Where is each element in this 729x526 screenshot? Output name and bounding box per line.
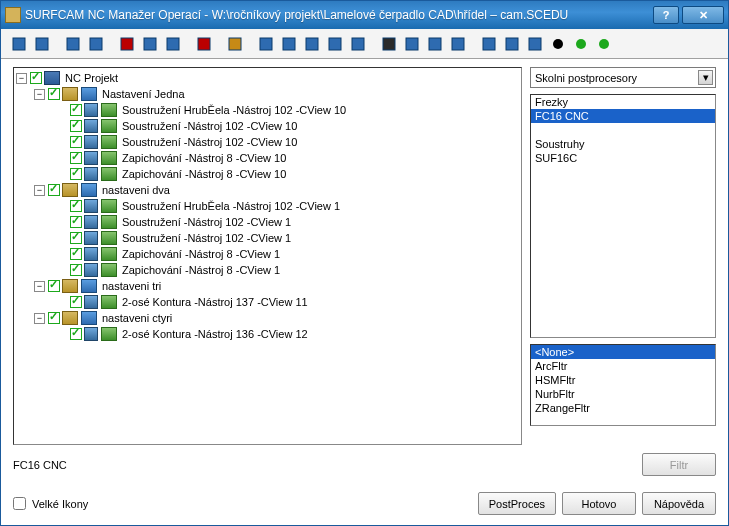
tree-root[interactable]: −NC Projekt — [16, 70, 519, 86]
svg-rect-11 — [306, 38, 318, 50]
tree-operation[interactable]: 2-osé Kontura -Nástroj 136 -CView 12 — [16, 326, 519, 342]
svg-rect-14 — [383, 38, 395, 50]
check-icon[interactable] — [30, 72, 42, 84]
check-icon[interactable] — [70, 120, 82, 132]
post-item[interactable]: SUF16C — [531, 151, 715, 165]
cut-button[interactable] — [117, 34, 137, 54]
postprocessor-list[interactable]: FrezkyFC16 CNC SoustruhySUF16C — [530, 94, 716, 338]
check-icon[interactable] — [70, 136, 82, 148]
filter-item[interactable]: <None> — [531, 345, 715, 359]
setup2-button[interactable] — [279, 34, 299, 54]
black-dot-button[interactable] — [548, 34, 568, 54]
check-icon[interactable] — [70, 168, 82, 180]
node-label: Soustružení -Nástroj 102 -CView 10 — [120, 120, 297, 132]
large-icons-label: Velké Ikony — [32, 498, 88, 510]
svg-rect-3 — [90, 38, 102, 50]
copy2-button[interactable] — [140, 34, 160, 54]
check-icon[interactable] — [70, 248, 82, 260]
clock-button[interactable] — [225, 34, 245, 54]
svg-rect-0 — [13, 38, 25, 50]
check-icon[interactable] — [70, 216, 82, 228]
op-icon — [101, 103, 117, 117]
svg-rect-12 — [329, 38, 341, 50]
check-icon[interactable] — [70, 328, 82, 340]
post-group-header[interactable]: Soustruhy — [531, 137, 715, 151]
tree-operation[interactable]: Soustružení -Nástroj 102 -CView 1 — [16, 214, 519, 230]
tree-operation[interactable]: Zapichování -Nástroj 8 -CView 10 — [16, 150, 519, 166]
sheet2-button[interactable] — [502, 34, 522, 54]
check-icon[interactable] — [48, 184, 60, 196]
tree-operation[interactable]: Soustružení -Nástroj 102 -CView 10 — [16, 118, 519, 134]
sheet3-button[interactable] — [525, 34, 545, 54]
delete-button[interactable] — [194, 34, 214, 54]
tree-operation[interactable]: Zapichování -Nástroj 8 -CView 1 — [16, 262, 519, 278]
check-icon[interactable] — [70, 296, 82, 308]
op-icon — [101, 263, 117, 277]
copy-stack-button[interactable] — [9, 34, 29, 54]
check-icon[interactable] — [70, 232, 82, 244]
collapse-icon[interactable]: − — [16, 73, 27, 84]
tree-setup[interactable]: −nastaveni dva — [16, 182, 519, 198]
tree-setup[interactable]: −Nastavení Jedna — [16, 86, 519, 102]
help-button[interactable]: ? — [653, 6, 679, 24]
operations-tree[interactable]: −NC Projekt−Nastavení JednaSoustružení H… — [13, 67, 522, 445]
post-item[interactable]: FC16 CNC — [531, 109, 715, 123]
collapse-icon[interactable]: − — [34, 313, 45, 324]
setup1-button[interactable] — [256, 34, 276, 54]
node-label: nastaveni tri — [100, 280, 161, 292]
post-group-header[interactable]: Frezky — [531, 95, 715, 109]
svg-rect-4 — [121, 38, 133, 50]
tree-setup[interactable]: −nastaveni tri — [16, 278, 519, 294]
arrow-right-button[interactable] — [86, 34, 106, 54]
path-button[interactable] — [348, 34, 368, 54]
large-icons-checkbox[interactable]: Velké Ikony — [13, 497, 88, 510]
tree-operation[interactable]: Zapichování -Nástroj 8 -CView 1 — [16, 246, 519, 262]
filter-button[interactable]: Filtr — [642, 453, 716, 476]
svg-rect-16 — [429, 38, 441, 50]
op-icon — [101, 199, 117, 213]
check-icon[interactable] — [70, 200, 82, 212]
check-icon[interactable] — [48, 312, 60, 324]
tree-operation[interactable]: 2-osé Kontura -Nástroj 137 -CView 11 — [16, 294, 519, 310]
postproces-button[interactable]: PostProces — [478, 492, 556, 515]
check-icon[interactable] — [70, 264, 82, 276]
close-button[interactable]: ✕ — [682, 6, 724, 24]
green-dot-button[interactable] — [571, 34, 591, 54]
copy-button[interactable] — [32, 34, 52, 54]
tree-operation[interactable]: Soustružení HrubĚela -Nástroj 102 -CView… — [16, 198, 519, 214]
done-button[interactable]: Hotovo — [562, 492, 636, 515]
glasses-button[interactable] — [379, 34, 399, 54]
postprocessor-family-combo[interactable]: Skolni postprocesory ▾ — [530, 67, 716, 88]
tree-setup[interactable]: −nastaveni ctyri — [16, 310, 519, 326]
collapse-icon[interactable]: − — [34, 89, 45, 100]
check-icon[interactable] — [70, 152, 82, 164]
filter-list[interactable]: <None>ArcFltrHSMFltrNurbFltrZRangeFltr — [530, 344, 716, 426]
check-icon[interactable] — [48, 88, 60, 100]
pre-icon — [84, 295, 98, 309]
pre-icon — [84, 199, 98, 213]
path2-button[interactable] — [425, 34, 445, 54]
filter-item[interactable]: NurbFltr — [531, 387, 715, 401]
check-icon[interactable] — [48, 280, 60, 292]
play-button[interactable] — [448, 34, 468, 54]
filter-item[interactable]: ZRangeFltr — [531, 401, 715, 415]
help-text-button[interactable]: Nápověda — [642, 492, 716, 515]
tree-operation[interactable]: Soustružení -Nástroj 102 -CView 10 — [16, 134, 519, 150]
op-icon — [101, 151, 117, 165]
collapse-icon[interactable]: − — [34, 185, 45, 196]
paste-stack-button[interactable] — [63, 34, 83, 54]
tree-operation[interactable]: Soustružení -Nástroj 102 -CView 1 — [16, 230, 519, 246]
collapse-icon[interactable]: − — [34, 281, 45, 292]
filter-item[interactable]: ArcFltr — [531, 359, 715, 373]
tool-button[interactable] — [402, 34, 422, 54]
check-icon[interactable] — [70, 104, 82, 116]
paste-button[interactable] — [163, 34, 183, 54]
contour-button[interactable] — [302, 34, 322, 54]
tree-operation[interactable]: Zapichování -Nástroj 8 -CView 10 — [16, 166, 519, 182]
sheet1-button[interactable] — [479, 34, 499, 54]
large-icons-input[interactable] — [13, 497, 26, 510]
rotate-button[interactable] — [325, 34, 345, 54]
green-dot2-button[interactable] — [594, 34, 614, 54]
tree-operation[interactable]: Soustružení HrubĚela -Nástroj 102 -CView… — [16, 102, 519, 118]
filter-item[interactable]: HSMFltr — [531, 373, 715, 387]
